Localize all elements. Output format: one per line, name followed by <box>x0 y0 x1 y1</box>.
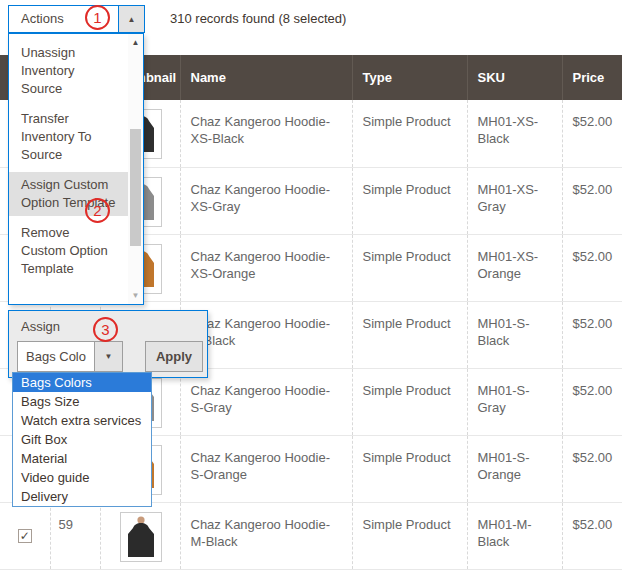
cell-price: $52.00 <box>562 234 622 301</box>
option-bags-size[interactable]: Bags Size <box>13 392 151 411</box>
cell-name: Chaz Kangeroo Hoodie-XS-Gray <box>180 167 352 234</box>
cell-sku: MH01-S-Gray <box>467 368 562 435</box>
cell-name: Chaz Kangeroo Hoodie-XS-Black <box>180 100 352 167</box>
cell-price: $52.00 <box>562 502 622 569</box>
option-watch-extra-services[interactable]: Watch extra services <box>13 411 151 430</box>
cell-type: Simple Product <box>352 167 467 234</box>
header-price[interactable]: Price <box>562 55 622 100</box>
menu-item-remove-custom-option-template[interactable]: Remove Custom Option Template <box>9 220 128 282</box>
assign-popup-title: Assign <box>21 319 60 334</box>
menu-item-assign-custom-option-template[interactable]: Assign Custom Option Template <box>9 172 128 216</box>
cell-type: Simple Product <box>352 368 467 435</box>
scroll-down-icon[interactable]: ▼ <box>128 291 143 300</box>
step-3-annotation: 3 <box>93 317 118 342</box>
product-thumbnail <box>120 512 162 562</box>
menu-item-transfer-inventory-to-source[interactable]: Transfer Inventory To Source <box>9 106 128 168</box>
cell-type: Simple Product <box>352 435 467 502</box>
cell-sku: MH01-XS-Orange <box>467 234 562 301</box>
cell-sku: MH01-S-Orange <box>467 435 562 502</box>
actions-dropdown-button[interactable]: ▲ <box>118 6 144 32</box>
cell-price: $52.00 <box>562 301 622 368</box>
option-video-guide[interactable]: Video guide <box>13 468 151 487</box>
cell-type: Simple Product <box>352 234 467 301</box>
cell-price: $52.00 <box>562 435 622 502</box>
records-count: 310 records found (8 selected) <box>170 11 346 26</box>
cell-type: Simple Product <box>352 100 467 167</box>
template-select-arrow[interactable]: ▼ <box>94 342 122 371</box>
table-row[interactable]: 59 Chaz Kangeroo Hoodie-M-Black Simple P… <box>0 502 622 569</box>
page: Thumbnail Name Type SKU Price Chaz Kange… <box>0 0 622 573</box>
header-type[interactable]: Type <box>352 55 467 100</box>
cell-price: $52.00 <box>562 100 622 167</box>
cell-sku: MH01-XS-Gray <box>467 167 562 234</box>
cell-price: $52.00 <box>562 167 622 234</box>
option-gift-box[interactable]: Gift Box <box>13 430 151 449</box>
row-checkbox[interactable] <box>18 529 32 543</box>
cell-type: Simple Product <box>352 301 467 368</box>
cell-name: Chaz Kangeroo Hoodie-S-Orange <box>180 435 352 502</box>
apply-button[interactable]: Apply <box>145 341 203 372</box>
actions-menu-panel: Unassign Inventory Source Transfer Inven… <box>8 33 144 305</box>
option-delivery[interactable]: Delivery <box>13 487 151 506</box>
cell-price: $52.00 <box>562 368 622 435</box>
header-sku[interactable]: SKU <box>467 55 562 100</box>
scrollbar-thumb[interactable] <box>130 129 141 246</box>
cell-name: Chaz Kangeroo Hoodie-S-Gray <box>180 368 352 435</box>
scroll-up-icon[interactable]: ▲ <box>128 38 143 47</box>
cell-name: Chaz Kangeroo Hoodie-M-Black <box>180 502 352 569</box>
option-bags-colors[interactable]: Bags Colors <box>13 373 151 392</box>
cell-sku: MH01-S-Black <box>467 301 562 368</box>
chevron-up-icon: ▲ <box>128 15 136 24</box>
cell-sku: MH01-XS-Black <box>467 100 562 167</box>
actions-menu-items: Unassign Inventory Source Transfer Inven… <box>9 34 128 304</box>
template-select[interactable]: Bags Colo ▼ <box>17 341 123 372</box>
header-name[interactable]: Name <box>180 55 352 100</box>
chevron-down-icon: ▼ <box>105 352 113 361</box>
cell-id: 59 <box>50 502 100 569</box>
step-2-annotation: 2 <box>85 198 110 223</box>
option-material[interactable]: Material <box>13 449 151 468</box>
template-select-value: Bags Colo <box>18 342 94 371</box>
cell-type: Simple Product <box>352 502 467 569</box>
cell-sku: MH01-M-Black <box>467 502 562 569</box>
menu-scrollbar[interactable]: ▲ ▼ <box>128 34 143 304</box>
cell-name: Chaz Kangeroo Hoodie-XS-Orange <box>180 234 352 301</box>
menu-item-unassign-inventory-source[interactable]: Unassign Inventory Source <box>9 40 128 102</box>
template-options-list: Bags Colors Bags Size Watch extra servic… <box>12 372 152 507</box>
actions-dropdown[interactable]: Actions ▲ <box>8 5 145 33</box>
step-1-annotation: 1 <box>85 5 110 30</box>
